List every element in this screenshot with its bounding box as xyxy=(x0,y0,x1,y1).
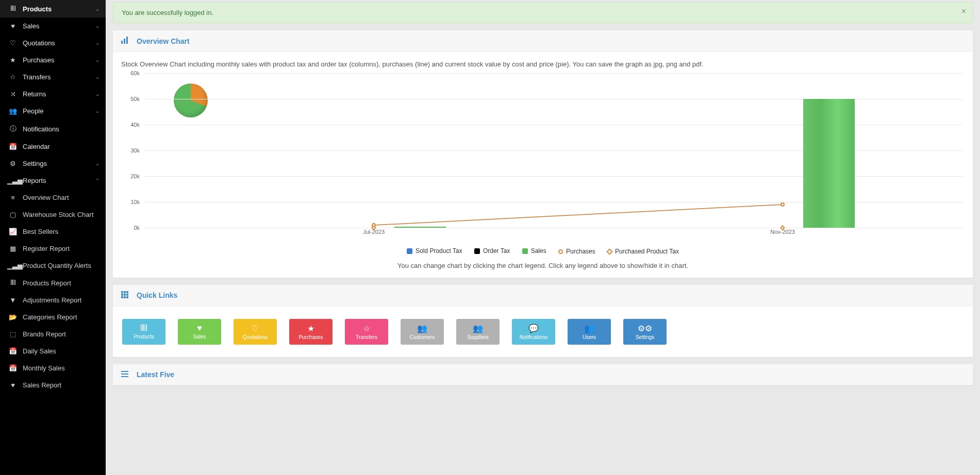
sidebar-item-brands-report[interactable]: ⬚Brands Report xyxy=(0,326,106,343)
sidebar-item-adjustments-report[interactable]: ▼Adjustments Report xyxy=(0,292,106,309)
sidebar-item-calendar[interactable]: 📅Calendar xyxy=(0,138,106,155)
sidebar-item-monthly-sales[interactable]: 📅Monthly Sales xyxy=(0,360,106,377)
sidebar: 𝄃𝄃𝄂Products⌄♥Sales⌄♡Quotations⌄★Purchase… xyxy=(0,0,106,475)
barcode-icon: 𝄃𝄃𝄂 xyxy=(141,324,147,333)
quicklink-label: Suppliers xyxy=(467,334,489,340)
sidebar-item-best-sellers[interactable]: 📈Best Sellers xyxy=(0,223,106,240)
overview-chart[interactable]: 0k10k20k30k40k50k60k Jul-2023Nov-2023 xyxy=(121,73,965,243)
sidebar-item-reports[interactable]: ▁▃▅Reports⌃ xyxy=(0,172,106,189)
purchases-marker xyxy=(780,202,785,207)
sidebar-item-settings[interactable]: ⚙Settings⌄ xyxy=(0,155,106,172)
sidebar-item-label: Settings xyxy=(23,160,95,167)
bar-chart-icon: ▁▃▅ xyxy=(7,177,19,184)
y-tick: 30k xyxy=(130,147,140,154)
sidebar-item-label: Adjustments Report xyxy=(23,296,99,304)
heart-icon: ♥ xyxy=(197,324,202,333)
heart-o-icon: ♡ xyxy=(7,39,19,47)
quicklink-label: Customers xyxy=(410,334,435,340)
quicklink-quotations[interactable]: ♡Quotations xyxy=(234,319,277,345)
heart-icon: ♥ xyxy=(7,381,19,389)
star-o-icon: ☆ xyxy=(363,324,370,333)
chart-hint: You can change chart by clicking the cha… xyxy=(121,262,965,269)
random-icon: ⤭ xyxy=(7,90,19,98)
filter-icon: ▼ xyxy=(7,296,19,304)
sidebar-item-purchases[interactable]: ★Purchases⌄ xyxy=(0,52,106,69)
quicklink-label: Settings xyxy=(636,334,654,340)
comments-icon: 💬 xyxy=(528,324,539,333)
main-content: You are successfully logged in. × Overvi… xyxy=(106,0,980,475)
latest-five-panel: Latest Five xyxy=(113,364,973,385)
sidebar-item-label: Register Report xyxy=(23,245,99,252)
quicklink-purchases[interactable]: ★Purchases xyxy=(289,319,333,345)
barcode-icon: 𝄃𝄃𝄂 xyxy=(7,5,19,13)
sidebar-item-daily-sales[interactable]: 📅Daily Sales xyxy=(0,343,106,360)
chevron-up-icon: ⌃ xyxy=(95,178,99,183)
sidebar-item-categories-report[interactable]: 📂Categories Report xyxy=(0,309,106,326)
users-icon: 👥 xyxy=(584,324,594,333)
sidebar-item-sales-report[interactable]: ♥Sales Report xyxy=(0,377,106,394)
sidebar-item-label: Product Quantity Alerts xyxy=(23,262,99,269)
grid-icon xyxy=(121,291,137,300)
quicklink-label: Users xyxy=(583,334,596,340)
sidebar-item-register-report[interactable]: ▦Register Report xyxy=(0,240,106,257)
sidebar-item-notifications[interactable]: ⓘNotifications xyxy=(0,120,106,138)
chevron-down-icon: ⌄ xyxy=(95,23,99,29)
quicklink-suppliers[interactable]: 👥Suppliers xyxy=(456,319,500,345)
sidebar-item-people[interactable]: 👥People⌄ xyxy=(0,103,106,120)
sidebar-item-products-report[interactable]: 𝄃𝄃𝄂Products Report xyxy=(0,274,106,292)
chevron-down-icon: ⌄ xyxy=(95,91,99,97)
sidebar-item-returns[interactable]: ⤭Returns⌄ xyxy=(0,86,106,103)
svg-rect-9 xyxy=(126,294,128,296)
sidebar-item-label: Categories Report xyxy=(23,313,99,321)
y-tick: 60k xyxy=(130,70,140,76)
chevron-down-icon: ⌄ xyxy=(95,74,99,80)
legend-sales[interactable]: Sales xyxy=(522,247,546,255)
close-icon[interactable]: × xyxy=(961,7,966,16)
calendar-icon: 📅 xyxy=(7,347,19,355)
sidebar-item-overview-chart[interactable]: ≡Overview Chart xyxy=(0,189,106,206)
star-icon: ★ xyxy=(307,324,314,333)
panel-header: Overview Chart xyxy=(113,30,973,52)
sidebar-item-label: Quotations xyxy=(23,39,95,47)
bar-chart-icon: ▁▃▅ xyxy=(7,262,19,269)
quicklink-label: Purchases xyxy=(298,334,323,340)
barcode-icon: 𝄃𝄃𝄂 xyxy=(7,279,19,287)
th-icon: ▦ xyxy=(7,245,19,252)
chart-legend: Sold Product Tax Order Tax Sales Purchas… xyxy=(121,247,965,256)
svg-rect-5 xyxy=(124,291,126,293)
panel-title: Latest Five xyxy=(137,370,174,379)
quicklink-sales[interactable]: ♥Sales xyxy=(178,319,221,345)
quicklink-users[interactable]: 👥Users xyxy=(568,319,611,345)
svg-rect-2 xyxy=(126,37,128,44)
svg-line-3 xyxy=(374,205,783,225)
x-tick: Jul-2023 xyxy=(363,229,385,235)
sidebar-item-product-quantity-alerts[interactable]: ▁▃▅Product Quantity Alerts xyxy=(0,257,106,274)
quicklink-settings[interactable]: ⚙⚙Settings xyxy=(623,319,667,345)
calendar-icon: 📅 xyxy=(7,364,19,372)
quicklink-transfers[interactable]: ☆Transfers xyxy=(345,319,388,345)
line-chart-icon: 📈 xyxy=(7,228,19,235)
star-o-icon: ☆ xyxy=(7,73,19,81)
list-icon: ≡ xyxy=(7,194,19,201)
legend-purchased-product-tax[interactable]: Purchased Product Tax xyxy=(607,248,679,255)
users-icon: 👥 xyxy=(473,324,483,333)
sidebar-item-label: Sales xyxy=(23,22,95,30)
legend-order-tax[interactable]: Order Tax xyxy=(474,247,510,255)
svg-rect-11 xyxy=(124,296,126,298)
sidebar-item-label: Calendar xyxy=(23,143,99,150)
sidebar-item-products[interactable]: 𝄃𝄃𝄂Products⌄ xyxy=(0,0,106,18)
quicklink-products[interactable]: 𝄃𝄃𝄂Products xyxy=(122,319,165,345)
sidebar-item-sales[interactable]: ♥Sales⌄ xyxy=(0,18,106,35)
panel-title: Overview Chart xyxy=(137,37,190,45)
sidebar-item-label: Notifications xyxy=(23,125,99,133)
quicklink-customers[interactable]: 👥Customers xyxy=(401,319,444,345)
success-alert: You are successfully logged in. × xyxy=(113,2,973,23)
sidebar-item-warehouse-stock-chart[interactable]: ▢Warehouse Stock Chart xyxy=(0,206,106,223)
sidebar-item-quotations[interactable]: ♡Quotations⌄ xyxy=(0,35,106,52)
quicklink-notifications[interactable]: 💬Notifications xyxy=(512,319,555,345)
sidebar-item-transfers[interactable]: ☆Transfers⌄ xyxy=(0,69,106,86)
legend-purchases[interactable]: Purchases xyxy=(558,248,595,255)
sidebar-item-label: Products Report xyxy=(23,279,99,287)
legend-sold-product-tax[interactable]: Sold Product Tax xyxy=(407,247,462,255)
sidebar-item-label: Transfers xyxy=(23,73,95,81)
